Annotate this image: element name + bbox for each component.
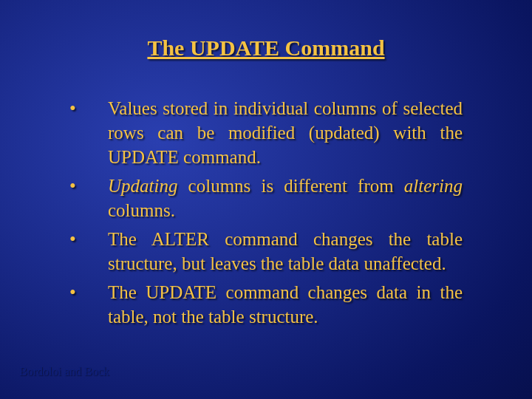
bullet-icon: • bbox=[69, 174, 108, 198]
bullet-item-1: • Values stored in individual columns of… bbox=[69, 96, 463, 169]
bullet-2-em1: Updating bbox=[108, 176, 177, 196]
bullet-item-2: • Updating columns is different from alt… bbox=[69, 174, 463, 222]
bullet-icon: • bbox=[69, 280, 108, 304]
bullet-2-mid: columns is different from bbox=[177, 176, 403, 196]
bullet-list: • Values stored in individual columns of… bbox=[69, 96, 463, 329]
bullet-2-em2: altering bbox=[404, 176, 463, 196]
bullet-text-3: The ALTER command changes the table stru… bbox=[108, 227, 463, 276]
bullet-text-4: The UPDATE command changes data in the t… bbox=[108, 280, 463, 329]
bullet-text-2: Updating columns is different from alter… bbox=[108, 174, 463, 222]
slide: The UPDATE Command • Values stored in in… bbox=[0, 0, 532, 399]
bullet-2-post: columns. bbox=[108, 200, 175, 220]
bullet-icon: • bbox=[69, 96, 108, 120]
bullet-icon: • bbox=[69, 227, 108, 251]
bullet-item-4: • The UPDATE command changes data in the… bbox=[69, 280, 463, 329]
footer-credit: Bordoloi and Bock bbox=[19, 365, 109, 378]
bullet-text-1: Values stored in individual columns of s… bbox=[108, 96, 463, 169]
slide-title: The UPDATE Command bbox=[47, 35, 485, 61]
bullet-item-3: • The ALTER command changes the table st… bbox=[69, 227, 463, 276]
